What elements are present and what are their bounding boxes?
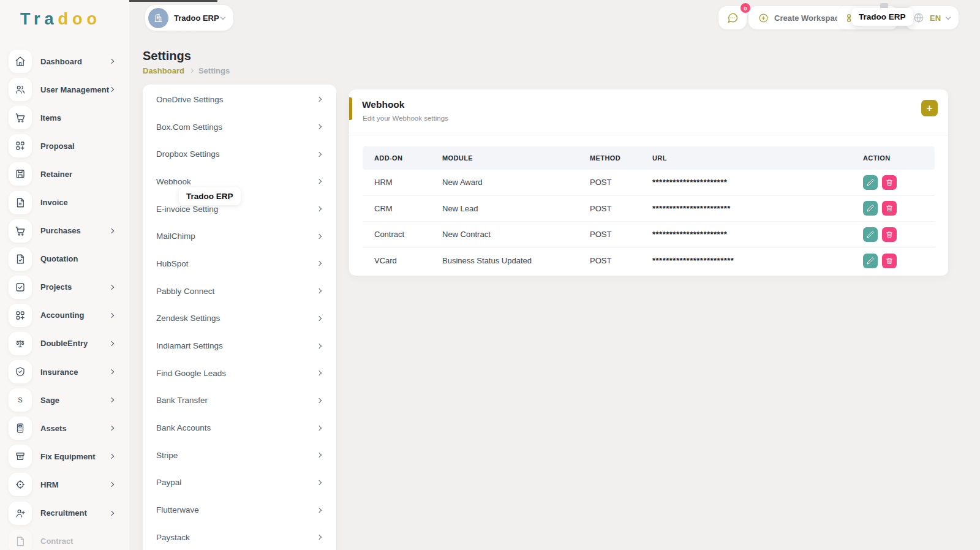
user-plus-icon — [9, 502, 32, 525]
chevron-right-icon — [109, 426, 114, 431]
edit-button[interactable] — [863, 175, 878, 190]
chevron-right-icon — [317, 343, 322, 348]
workspace-name: Tradoo ERP — [174, 13, 219, 23]
table-row: VCard Business Status Updated POST *****… — [363, 248, 935, 274]
breadcrumb-separator-icon — [189, 69, 194, 73]
chevron-right-icon — [317, 398, 322, 403]
home-icon — [9, 50, 32, 73]
sidebar-item-fix-equipment[interactable]: Fix Equipment — [0, 442, 129, 470]
sidebar: Tradoo Dashboard User Management Items P… — [0, 0, 129, 550]
sidebar-item-purchases[interactable]: Purchases — [0, 217, 129, 245]
cart-icon — [9, 106, 32, 129]
chevron-right-icon — [317, 371, 322, 375]
delete-button[interactable] — [882, 254, 897, 268]
sidebar-item-invoice[interactable]: Invoice — [0, 188, 129, 216]
shield-check-icon — [9, 360, 32, 383]
settings-item-flutterwave[interactable]: Flutterwave — [143, 496, 336, 524]
settings-item-mailchimp[interactable]: MailChimp — [143, 222, 336, 250]
sidebar-item-recruitment[interactable]: Recruitment — [0, 499, 129, 527]
settings-item-zendesk[interactable]: Zendesk Settings — [143, 305, 336, 333]
col-header-module: MODULE — [442, 154, 590, 162]
sidebar-item-projects[interactable]: Projects — [0, 273, 129, 301]
settings-item-google-leads[interactable]: Find Google Leads — [143, 360, 336, 387]
settings-item-paypal[interactable]: Paypal — [143, 469, 336, 497]
sidebar-item-doubleentry[interactable]: DoubleEntry — [0, 330, 129, 358]
page-title: Settings — [143, 49, 191, 63]
edit-button[interactable] — [863, 227, 878, 242]
chevron-right-icon — [317, 151, 322, 156]
sidebar-item-proposal[interactable]: Proposal — [0, 132, 129, 160]
settings-item-indiamart[interactable]: Indiamart Settings — [143, 332, 336, 360]
breadcrumb-dashboard-link[interactable]: Dashboard — [143, 66, 184, 75]
chat-icon — [726, 12, 739, 24]
chevron-right-icon — [109, 228, 114, 233]
crosshair-icon — [9, 473, 32, 496]
sidebar-item-accounting[interactable]: Accounting — [0, 301, 129, 330]
settings-item-bank-transfer[interactable]: Bank Transfer — [143, 387, 336, 415]
settings-item-boxcom[interactable]: Box.Com Settings — [143, 113, 336, 141]
chevron-right-icon — [317, 234, 322, 239]
scales-icon — [9, 332, 32, 355]
sidebar-item-insurance[interactable]: Insurance — [0, 358, 129, 386]
pencil-icon — [867, 205, 874, 212]
chevron-right-icon — [317, 97, 322, 102]
edit-button[interactable] — [863, 201, 878, 216]
panel-accent-bar — [349, 97, 352, 120]
table-row: CRM New Lead POST **********************… — [363, 196, 935, 222]
letter-s-icon: S — [9, 388, 32, 412]
calculator-icon — [9, 416, 32, 440]
chevron-right-icon — [317, 179, 322, 184]
chevron-right-icon — [109, 454, 114, 459]
settings-item-onedrive[interactable]: OneDrive Settings — [143, 86, 336, 113]
file-icon — [9, 530, 32, 550]
workspace-tooltip: Tradoo ERP — [179, 187, 241, 205]
plan-tooltip: Tradoo ERP — [851, 8, 913, 26]
trash-icon — [886, 205, 893, 212]
breadcrumb-current: Settings — [198, 66, 230, 75]
settings-item-stripe[interactable]: Stripe — [143, 442, 336, 469]
workspace-avatar-building-icon — [148, 8, 168, 28]
sidebar-item-hrm[interactable]: HRM — [0, 470, 129, 499]
sidebar-item-items[interactable]: Items — [0, 104, 129, 132]
plus-circle-icon — [758, 13, 769, 23]
delete-button[interactable] — [882, 201, 897, 216]
globe-icon — [913, 12, 924, 23]
breadcrumb: Dashboard Settings — [143, 66, 230, 75]
chevron-right-icon — [317, 425, 322, 430]
settings-item-pabbly[interactable]: Pabbly Connect — [143, 277, 336, 305]
sidebar-item-assets[interactable]: Assets — [0, 414, 129, 442]
chevron-right-icon — [109, 87, 114, 92]
sidebar-item-sage[interactable]: S Sage — [0, 386, 129, 414]
trash-icon — [886, 257, 893, 265]
sidebar-item-dashboard[interactable]: Dashboard — [0, 47, 129, 75]
sidebar-item-retainer[interactable]: Retainer — [0, 160, 129, 188]
settings-item-paystack[interactable]: Paystack — [143, 524, 336, 550]
sidebar-item-user-management[interactable]: User Management — [0, 75, 129, 104]
table-row: Contract New Contract POST *************… — [363, 222, 935, 248]
settings-item-hubspot[interactable]: HubSpot — [143, 250, 336, 277]
sidebar-item-quotation[interactable]: Quotation — [0, 245, 129, 273]
edit-button[interactable] — [863, 254, 878, 268]
settings-item-bank-accounts[interactable]: Bank Accounts — [143, 414, 336, 442]
chevron-down-icon — [946, 14, 951, 19]
add-webhook-button[interactable]: + — [921, 100, 938, 116]
chevron-right-icon — [317, 507, 322, 512]
messages-button[interactable]: 0 — [718, 6, 747, 29]
chevron-right-icon — [109, 510, 114, 515]
delete-button[interactable] — [882, 175, 897, 190]
language-code: EN — [930, 13, 941, 23]
logo-text-teal: Tra — [20, 10, 58, 28]
pencil-icon — [867, 231, 874, 238]
workspace-selector[interactable]: Tradoo ERP — [145, 5, 233, 31]
pencil-icon — [867, 179, 874, 186]
check-square-icon — [9, 276, 32, 299]
pencil-icon — [867, 257, 874, 265]
sidebar-nav: Dashboard User Management Items Proposal… — [0, 47, 129, 550]
settings-item-dropbox[interactable]: Dropbox Settings — [143, 140, 336, 168]
logo-text-gold: doo — [58, 10, 101, 28]
layout-grid-icon — [9, 134, 32, 157]
svg-text:S: S — [18, 396, 23, 404]
sidebar-item-contract[interactable]: Contract — [0, 527, 129, 550]
delete-button[interactable] — [882, 227, 897, 242]
webhook-panel: Webhook Edit your Webhook settings + ADD… — [349, 89, 948, 276]
